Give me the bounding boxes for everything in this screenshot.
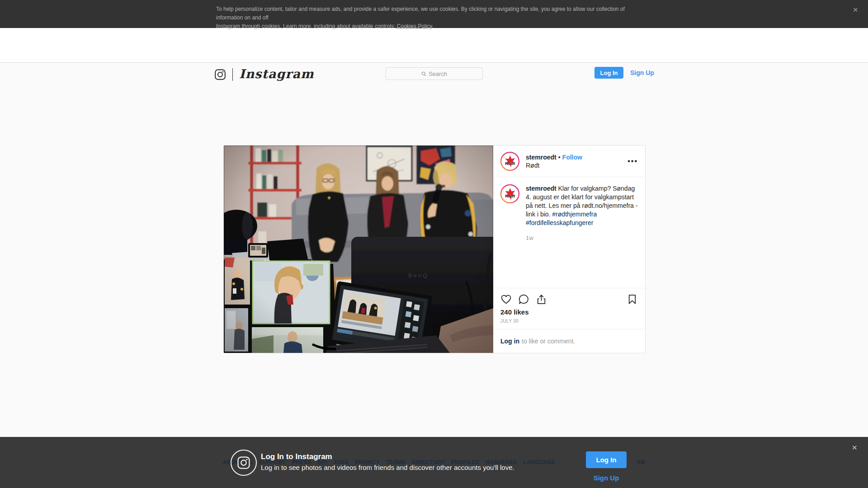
caption-avatar-logo-text: Rødt: [505, 193, 515, 198]
header-login-button[interactable]: Log In: [594, 67, 623, 79]
more-options-button[interactable]: •••: [627, 159, 638, 164]
cookie-banner-close-icon[interactable]: ✕: [853, 6, 859, 13]
avatar[interactable]: Rødt: [500, 152, 519, 171]
instagram-wordmark: Instagram: [239, 67, 314, 83]
comment-login-link[interactable]: Log in: [500, 338, 519, 345]
search-input[interactable]: Search: [386, 67, 483, 80]
footer-signup-link[interactable]: Sign Up: [586, 474, 627, 482]
likes-count[interactable]: 240 likes: [500, 308, 638, 316]
cookie-text-line2: Instagram through cookies. Learn more, i…: [216, 23, 397, 29]
footer-title: Log In to Instagram: [261, 452, 332, 461]
post-photo-illustration: BenQ: [224, 145, 493, 353]
instagram-logo[interactable]: Instagram: [214, 67, 314, 82]
top-nav: Instagram Search Log In Sign Up: [0, 28, 868, 63]
like-icon[interactable]: [500, 294, 512, 305]
cookie-banner-text: To help personalize content, tailor and …: [216, 5, 645, 31]
camera-glyph-icon: [237, 456, 250, 469]
post-card: BenQ: [223, 145, 646, 353]
caption-username-link[interactable]: stemroedt: [526, 185, 557, 192]
search-icon: [421, 71, 426, 76]
header-signup-link[interactable]: Sign Up: [630, 69, 654, 76]
login-footer: ABOUT US SUPPORT PRESS API JOBS PRIVACY …: [0, 437, 868, 488]
footer-link-language[interactable]: LANGUAGE: [523, 459, 555, 465]
caption: stemroedt Klar for valgkamp? Søndag 4. a…: [526, 184, 638, 227]
comment-login-row: Log in to like or comment.: [493, 329, 645, 353]
post-subtitle-link[interactable]: Rødt: [526, 161, 627, 169]
cookie-banner: To help personalize content, tailor and …: [0, 0, 868, 28]
caption-row: Rødt stemroedt Klar for valgkamp? Søndag…: [500, 184, 638, 227]
follow-button[interactable]: Follow: [562, 154, 582, 161]
post-actions: 240 likes JULY 30: [493, 288, 645, 329]
bookmark-icon[interactable]: [627, 294, 638, 305]
share-icon[interactable]: [536, 294, 547, 305]
footer-subtitle: Log in to see photos and videos from fri…: [261, 464, 514, 471]
comment-icon[interactable]: [518, 294, 529, 305]
search-placeholder: Search: [429, 70, 447, 77]
cookie-text-line1: To help personalize content, tailor and …: [216, 6, 625, 21]
post-age: 1w: [526, 235, 638, 241]
footer-instagram-logo: [231, 450, 257, 476]
hashtag-link[interactable]: #rødthjemmefra: [552, 211, 597, 218]
post-photo: BenQ: [224, 145, 493, 353]
post-header: Rødt stemroedt•Follow Rødt •••: [493, 145, 645, 177]
comment-login-suffix: to like or comment.: [522, 338, 575, 345]
cookie-text-period: .: [432, 23, 433, 29]
logo-divider: [232, 68, 233, 81]
footer-close-icon[interactable]: ✕: [852, 444, 858, 451]
post-panel: Rødt stemroedt•Follow Rødt ••• Rødt: [493, 145, 645, 353]
post-body: Rødt stemroedt Klar for valgkamp? Søndag…: [493, 177, 645, 288]
avatar-logo-text: Rødt: [505, 161, 515, 166]
footer-login-button[interactable]: Log In: [586, 451, 627, 468]
caption-avatar[interactable]: Rødt: [500, 184, 519, 203]
footer-copyright-fragment: AM: [637, 459, 645, 465]
cookies-policy-link[interactable]: Cookies Policy: [397, 23, 432, 29]
post-date: JULY 30: [500, 319, 638, 324]
post-user-block: stemroedt•Follow Rødt: [526, 153, 627, 169]
camera-glyph-icon: [214, 69, 226, 80]
page: To help personalize content, tailor and …: [0, 0, 868, 488]
name-separator: •: [558, 154, 561, 161]
hashtag-link[interactable]: #fordifellesskapfungerer: [526, 219, 593, 226]
username-link[interactable]: stemroedt: [526, 154, 557, 161]
